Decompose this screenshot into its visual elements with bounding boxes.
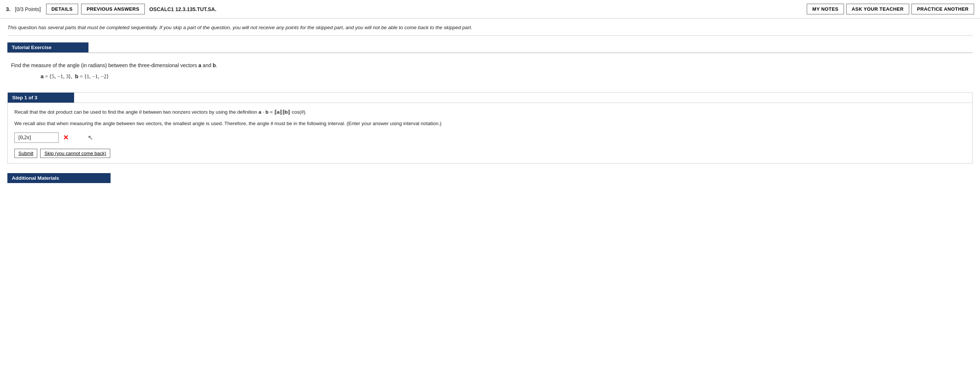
step-block: Step 1 of 3 Recall that the dot product … xyxy=(7,92,973,163)
step-content: Recall that the dot product can be used … xyxy=(8,102,972,163)
tutorial-section: Tutorial Exercise Find the measure of th… xyxy=(7,42,973,86)
step-line1: Recall that the dot product can be used … xyxy=(14,108,966,117)
intro-text: This question has several parts that mus… xyxy=(7,24,973,36)
step-header: Step 1 of 3 xyxy=(8,93,74,102)
vector-equation: a = ⟨5, −1, 3⟩, b = ⟨1, −1, −2⟩ xyxy=(41,73,965,80)
action-buttons: Submit Skip (you cannot come back) xyxy=(14,149,966,158)
practice-another-button[interactable]: PRACTICE ANOTHER xyxy=(912,4,974,14)
right-buttons-group: MY NOTES ASK YOUR TEACHER PRACTICE ANOTH… xyxy=(807,4,974,14)
points-label: [0/3 Points] xyxy=(15,6,41,12)
exercise-area: Find the measure of the angle (in radian… xyxy=(7,58,973,86)
top-bar: 3. [0/3 Points] DETAILS PREVIOUS ANSWERS… xyxy=(0,0,980,18)
exercise-question: Find the measure of the angle (in radian… xyxy=(11,61,965,69)
question-number: 3. xyxy=(6,6,11,12)
course-code: OSCALC1 12.3.135.TUT.SA. xyxy=(149,6,804,12)
additional-materials-section: Additional Materials xyxy=(7,169,973,183)
cursor-icon: ↖ xyxy=(88,134,93,142)
additional-materials-bar: Additional Materials xyxy=(7,173,111,183)
skip-button[interactable]: Skip (you cannot come back) xyxy=(40,149,110,158)
incorrect-mark: ✕ xyxy=(63,134,68,142)
step-line2: We recall also that when measuring the a… xyxy=(14,120,966,128)
answer-input[interactable] xyxy=(14,133,59,143)
previous-answers-button[interactable]: PREVIOUS ANSWERS xyxy=(81,4,145,14)
details-button[interactable]: DETAILS xyxy=(46,4,78,14)
tutorial-header: Tutorial Exercise xyxy=(7,42,89,53)
main-content: This question has several parts that mus… xyxy=(0,18,980,190)
submit-button[interactable]: Submit xyxy=(14,149,37,158)
answer-box-row: ✕ ↖ xyxy=(14,133,966,143)
my-notes-button[interactable]: MY NOTES xyxy=(807,4,844,14)
ask-teacher-button[interactable]: ASK YOUR TEACHER xyxy=(846,4,909,14)
